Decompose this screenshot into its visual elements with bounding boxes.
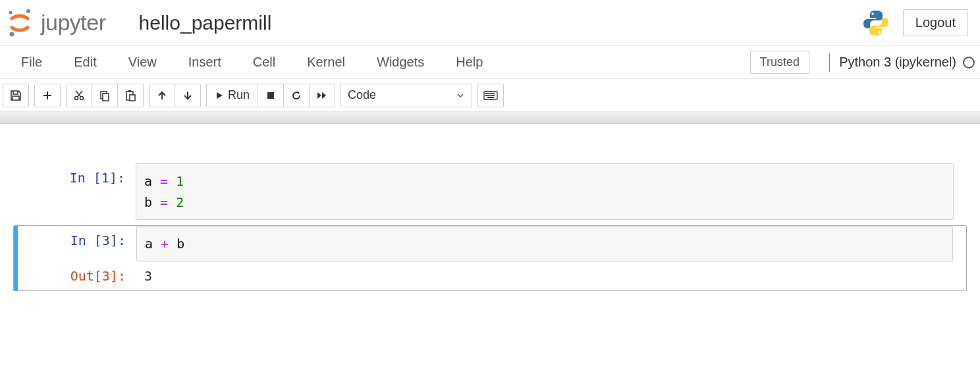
run-button[interactable]: Run (206, 84, 258, 107)
svg-rect-10 (128, 90, 131, 92)
menu-edit[interactable]: Edit (58, 49, 112, 75)
svg-point-0 (9, 11, 13, 14)
svg-rect-12 (267, 92, 274, 99)
trusted-button[interactable]: Trusted (750, 51, 809, 74)
svg-point-4 (878, 31, 881, 34)
command-palette-button[interactable] (477, 84, 504, 107)
svg-point-5 (75, 96, 78, 99)
code-cell[interactable]: In [3]: a + b Out[3]: 3 (13, 225, 967, 291)
notebook-name[interactable]: hello_papermill (139, 12, 272, 34)
jupyter-swirl-icon (5, 9, 34, 38)
svg-rect-16 (489, 93, 491, 94)
kernel-name[interactable]: Python 3 (ipykernel) (839, 55, 956, 70)
menu-cell[interactable]: Cell (237, 49, 291, 75)
code-input[interactable]: a = 1b = 2 (136, 163, 954, 220)
menu-widgets[interactable]: Widgets (361, 49, 440, 75)
save-icon (10, 90, 22, 101)
svg-rect-14 (485, 93, 487, 94)
paste-icon (124, 90, 136, 101)
fast-forward-icon (316, 91, 328, 100)
celltype-select[interactable]: Code (340, 84, 472, 107)
restart-run-all-button[interactable] (309, 84, 335, 107)
move-down-button[interactable] (175, 84, 201, 107)
paste-button[interactable] (117, 84, 144, 107)
cut-button[interactable] (66, 84, 92, 107)
svg-rect-15 (487, 93, 489, 94)
input-prompt: In [3]: (18, 226, 136, 255)
logout-button[interactable]: Logout (903, 9, 968, 36)
restart-button[interactable] (283, 84, 310, 107)
menu-insert[interactable]: Insert (173, 49, 237, 75)
svg-rect-11 (130, 95, 135, 101)
notebook-header: jupyter hello_papermill Logout (0, 0, 980, 46)
copy-icon (99, 90, 111, 101)
input-prompt: In [1]: (17, 163, 136, 220)
notebook-container: In [1]: a = 1b = 2 In [3]: a + b Out[3]:… (0, 124, 980, 310)
output-prompt: Out[3]: (18, 261, 136, 290)
copy-button[interactable] (92, 84, 118, 107)
chevron-down-icon (456, 91, 465, 100)
keyboard-icon (483, 91, 498, 100)
menu-kernel[interactable]: Kernel (291, 49, 361, 75)
plus-icon (42, 90, 53, 101)
scissors-icon (73, 90, 85, 101)
restart-icon (291, 90, 302, 101)
svg-rect-21 (489, 95, 491, 96)
toolbar: Run Code (0, 79, 980, 112)
svg-point-3 (871, 13, 874, 15)
svg-rect-23 (493, 95, 495, 96)
menubar: File Edit View Insert Cell Kernel Widget… (0, 46, 980, 79)
svg-rect-8 (103, 94, 109, 101)
python-logo-icon (862, 9, 890, 37)
svg-rect-20 (487, 95, 489, 96)
run-label: Run (228, 88, 250, 102)
save-button[interactable] (3, 84, 29, 107)
kernel-idle-icon[interactable] (963, 57, 975, 68)
svg-rect-19 (485, 95, 487, 96)
svg-point-6 (80, 96, 84, 99)
stop-icon (266, 91, 275, 100)
arrow-down-icon (182, 90, 193, 101)
svg-rect-22 (491, 95, 493, 96)
jupyter-logo[interactable]: jupyter (5, 9, 106, 38)
interrupt-button[interactable] (258, 84, 284, 107)
svg-point-2 (10, 32, 14, 36)
arrow-up-icon (157, 90, 167, 101)
code-cell[interactable]: In [1]: a = 1b = 2 (13, 163, 967, 220)
toolbar-shadow (0, 112, 980, 124)
menu-view[interactable]: View (113, 49, 173, 75)
menu-help[interactable]: Help (440, 49, 499, 75)
move-up-button[interactable] (149, 84, 175, 107)
svg-point-1 (26, 9, 30, 13)
celltype-value: Code (348, 88, 376, 102)
svg-rect-18 (493, 93, 495, 94)
code-input[interactable]: a + b (136, 226, 953, 261)
play-icon (215, 91, 224, 100)
divider (829, 53, 830, 72)
menu-file[interactable]: File (5, 49, 58, 75)
insert-cell-button[interactable] (34, 84, 61, 107)
svg-rect-24 (487, 97, 494, 98)
jupyter-logo-text: jupyter (41, 10, 106, 36)
cell-output: 3 (136, 261, 966, 290)
svg-rect-17 (491, 93, 493, 94)
